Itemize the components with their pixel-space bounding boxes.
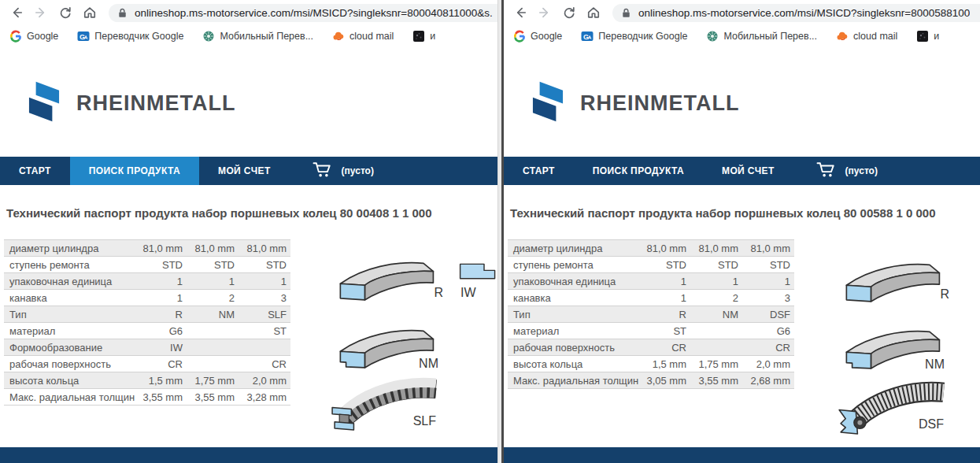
bookmark[interactable]: G Переводчик Google bbox=[581, 30, 687, 43]
scrollbar[interactable] bbox=[497, 0, 501, 463]
site-footer bbox=[504, 447, 980, 463]
table-row: рабочая поверхность CR CR bbox=[4, 356, 290, 372]
rheinmetall-logo[interactable]: RHEINMETALL bbox=[24, 79, 235, 128]
mobile-translator-icon bbox=[706, 30, 719, 43]
rheinmetall-logo-mark bbox=[527, 79, 568, 128]
table-row: упаковочная единица 1 1 1 bbox=[4, 273, 290, 290]
forward-button[interactable] bbox=[31, 2, 51, 23]
table-row: ступень ремонта STD STD STD bbox=[508, 257, 794, 273]
row-value-3: STD bbox=[742, 259, 794, 271]
brand-name: RHEINMETALL bbox=[580, 91, 739, 116]
table-row: Формообразование IW bbox=[4, 339, 290, 356]
nav-item[interactable]: МОЙ СЧЕТ bbox=[199, 157, 290, 185]
row-label: Тип bbox=[4, 309, 135, 320]
table-row: упаковочная единица 1 1 1 bbox=[508, 273, 794, 290]
row-label: рабочая поверхность bbox=[4, 358, 135, 370]
nav-item[interactable]: СТАРТ bbox=[0, 157, 70, 185]
row-value-1: 1 bbox=[638, 276, 690, 287]
bookmark[interactable]: Мобильный Перев... bbox=[202, 30, 313, 43]
back-button[interactable] bbox=[6, 2, 27, 23]
bookmark[interactable]: Google bbox=[513, 30, 562, 43]
bookmark[interactable]: cloud mail bbox=[836, 30, 897, 43]
row-value-2: 81,0 mm bbox=[690, 243, 742, 254]
refresh-button[interactable] bbox=[55, 2, 76, 23]
row-value-3: 2,68 mm bbox=[742, 375, 794, 387]
bookmark[interactable]: Google bbox=[9, 30, 58, 43]
row-value-3: SLF bbox=[239, 309, 290, 320]
bookmarks-bar: Google G Переводчик Google Мобильный Пер… bbox=[504, 25, 980, 46]
row-value-1: 1,5 mm bbox=[638, 358, 690, 370]
bookmark[interactable]: и bbox=[412, 30, 435, 43]
forward-button[interactable] bbox=[534, 2, 555, 23]
row-label: рабочая поверхность bbox=[508, 342, 638, 354]
row-value-3: 1 bbox=[742, 276, 794, 287]
nav-item[interactable]: МОЙ СЧЕТ bbox=[703, 157, 793, 185]
browser-toolbar: onlineshop.ms-motorservice.com/msi/MSICD… bbox=[504, 0, 980, 25]
row-label: Макс. радиальная толщина bbox=[508, 375, 638, 387]
row-value-2: STD bbox=[690, 259, 742, 271]
table-row: канавка 1 2 3 bbox=[508, 290, 794, 306]
piston-ring-r-illustration bbox=[838, 257, 952, 306]
site-footer bbox=[0, 447, 501, 463]
rheinmetall-logo[interactable]: RHEINMETALL bbox=[527, 79, 739, 128]
ring-figure-dsf: DSF bbox=[834, 376, 953, 438]
row-value-1: ST bbox=[638, 325, 690, 337]
cart-icon bbox=[312, 161, 332, 181]
row-value-1: 3,05 mm bbox=[638, 375, 690, 387]
address-bar[interactable]: onlineshop.ms-motorservice.com/msi/MSICD… bbox=[109, 4, 501, 22]
ring-figure-slf: SLF bbox=[327, 375, 447, 435]
svg-text:G: G bbox=[80, 32, 85, 40]
row-label: упаковочная единица bbox=[4, 276, 135, 287]
bookmark[interactable]: и bbox=[916, 30, 939, 43]
mobile-translator-icon bbox=[202, 30, 215, 43]
row-label: материал bbox=[508, 325, 638, 337]
row-value-1: G6 bbox=[135, 325, 187, 337]
row-value-1: STD bbox=[638, 259, 690, 271]
table-row: материал ST G6 bbox=[508, 323, 794, 339]
bookmark[interactable]: cloud mail bbox=[332, 30, 394, 43]
address-bar[interactable]: onlineshop.ms-motorservice.com/msi/MSICD… bbox=[612, 4, 980, 22]
row-value-3: 3 bbox=[742, 292, 794, 304]
cart-button[interactable]: (пусто) bbox=[815, 161, 878, 181]
row-value-1: 81,0 mm bbox=[135, 243, 187, 254]
row-value-2: 81,0 mm bbox=[187, 243, 239, 254]
dark-thumbnail-icon bbox=[412, 30, 425, 43]
table-row: высота кольца 1,5 mm 1,75 mm 2,0 mm bbox=[508, 356, 794, 372]
ring-figure-nm: NM bbox=[332, 324, 446, 371]
nav-item[interactable]: СТАРТ bbox=[504, 157, 574, 185]
row-value-1: 81,0 mm bbox=[638, 243, 690, 254]
row-value-3: CR bbox=[239, 358, 290, 370]
row-value-3: 3,28 mm bbox=[239, 391, 290, 403]
home-button[interactable] bbox=[583, 2, 604, 23]
row-value-2: 3,55 mm bbox=[187, 391, 239, 403]
ring-figure-r: R bbox=[332, 256, 446, 302]
bookmark[interactable]: G Переводчик Google bbox=[77, 30, 183, 43]
home-button[interactable] bbox=[80, 2, 100, 23]
cart-icon bbox=[815, 161, 836, 181]
lock-icon bbox=[620, 7, 632, 19]
row-value-3: STD bbox=[239, 259, 290, 271]
row-value-2: 1 bbox=[187, 276, 239, 287]
spec-table: диаметр цилиндра 81,0 mm 81,0 mm 81,0 mm… bbox=[4, 239, 290, 406]
piston-ring-r-illustration bbox=[332, 256, 446, 305]
row-label: Тип bbox=[508, 309, 638, 320]
refresh-button[interactable] bbox=[559, 2, 579, 23]
rheinmetall-logo-mark bbox=[24, 79, 65, 128]
bookmark[interactable]: Мобильный Перев... bbox=[706, 30, 817, 43]
row-value-1: R bbox=[638, 309, 690, 320]
back-button[interactable] bbox=[510, 2, 531, 23]
nav-item[interactable]: ПОИСК ПРОДУКТА bbox=[70, 157, 199, 185]
address-url: onlineshop.ms-motorservice.com/msi/MSICD… bbox=[135, 7, 493, 19]
row-value-2: 1,75 mm bbox=[690, 358, 742, 370]
row-value-1: 1 bbox=[638, 292, 690, 304]
row-value-3: 3 bbox=[239, 292, 290, 304]
row-label: Формообразование bbox=[4, 342, 135, 354]
page-right: RHEINMETALL СТАРТ ПОИСК ПРОДУКТА МОЙ СЧЕ… bbox=[504, 46, 980, 463]
row-value-2: 1,75 mm bbox=[187, 375, 239, 387]
bookmarks-bar: Google G Переводчик Google Мобильный Пер… bbox=[0, 25, 501, 46]
cart-button[interactable]: (пусто) bbox=[312, 161, 374, 181]
row-value-3: ST bbox=[239, 325, 290, 337]
row-value-2: 2 bbox=[187, 292, 239, 304]
row-value-3: DSF bbox=[742, 309, 794, 320]
nav-item[interactable]: ПОИСК ПРОДУКТА bbox=[574, 157, 703, 185]
